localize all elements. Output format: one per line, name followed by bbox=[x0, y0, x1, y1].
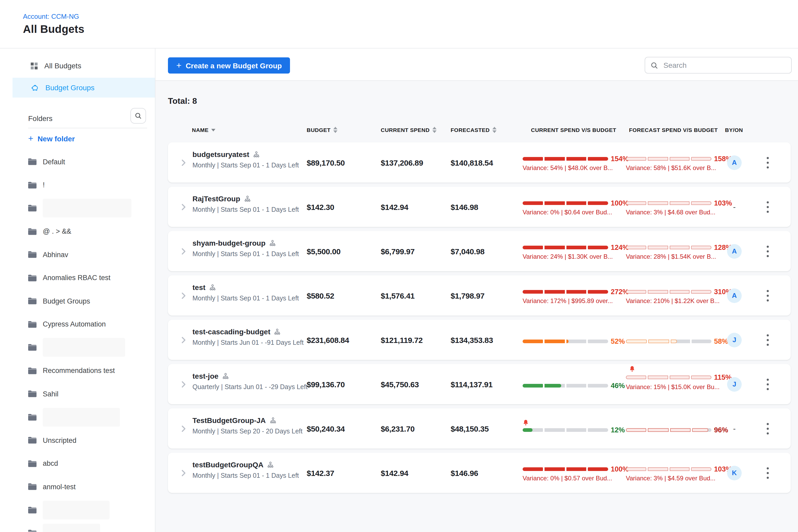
column-header-current-spend-v-s-budget: CURRENT SPEND V/S BUDGET bbox=[531, 127, 616, 133]
forecast-spend-vs-budget-bar-track bbox=[626, 290, 711, 293]
budget-group-row[interactable]: RajTestGroupMonthly | Starts Sep 01 - 1 … bbox=[168, 187, 791, 227]
current-spend-vs-budget-variance: Variance: 0% | $0.57 over Bud... bbox=[522, 475, 612, 482]
folder-item[interactable]: Recommendations test bbox=[28, 359, 153, 382]
chevron-right-icon[interactable] bbox=[182, 337, 186, 343]
chevron-right-icon[interactable] bbox=[182, 470, 186, 476]
kebab-menu-icon[interactable] bbox=[765, 243, 771, 259]
budget-group-row[interactable]: test-joeQuarterly | Starts Jun 01 - -29 … bbox=[168, 364, 791, 404]
bar-segment bbox=[566, 467, 587, 471]
current-spend-vs-budget-bar-track bbox=[522, 467, 608, 471]
column-header-forecasted[interactable]: FORECASTED bbox=[451, 127, 496, 133]
total-count: Total: 8 bbox=[168, 96, 197, 106]
bar-segment bbox=[626, 376, 646, 379]
folder-icon bbox=[28, 274, 37, 282]
folder-item[interactable]: Cypress Automation bbox=[28, 313, 153, 336]
group-schedule: Monthly | Starts Sep 01 - 1 Days Left bbox=[192, 206, 299, 213]
hierarchy-icon bbox=[274, 328, 281, 335]
column-header-name[interactable]: NAME bbox=[192, 127, 215, 133]
budget-group-row[interactable]: test-cascading-budgetMonthly | Starts Ju… bbox=[168, 320, 791, 360]
folder-item[interactable] bbox=[28, 498, 153, 521]
folder-item[interactable]: anmol-test bbox=[28, 475, 153, 498]
column-header-budget[interactable]: BUDGET bbox=[307, 127, 338, 133]
column-header-current-spend[interactable]: CURRENT SPEND bbox=[381, 127, 436, 133]
folder-item[interactable]: Sahil bbox=[28, 382, 153, 405]
chevron-right-icon[interactable] bbox=[182, 248, 186, 254]
create-budget-group-label: Create a new Budget Group bbox=[186, 61, 282, 70]
current-spend-vs-budget-bar: 272% bbox=[522, 288, 629, 296]
folder-item[interactable]: ! bbox=[28, 173, 153, 197]
folder-icon bbox=[28, 507, 37, 514]
folder-item[interactable]: Default bbox=[28, 150, 153, 173]
column-label: CURRENT SPEND V/S BUDGET bbox=[531, 127, 616, 133]
group-name-block: shyam-budget-groupMonthly | Starts Sep 0… bbox=[192, 239, 299, 258]
forecast-spend-vs-budget-bar: 103% bbox=[626, 465, 732, 473]
current-spend-vs-budget-cell: 52% bbox=[522, 320, 627, 360]
chevron-right-icon[interactable] bbox=[182, 204, 186, 210]
folder-icon bbox=[28, 205, 37, 212]
column-label: CURRENT SPEND bbox=[381, 127, 430, 133]
kebab-menu-icon[interactable] bbox=[765, 155, 771, 170]
folder-item[interactable]: @ . > && bbox=[28, 220, 153, 243]
folder-item[interactable]: Budget Groups bbox=[28, 289, 153, 313]
bar-segment bbox=[522, 290, 543, 293]
column-header-forecast-spend-v-s-budget: FORECAST SPEND V/S BUDGET bbox=[629, 127, 718, 133]
account-link[interactable]: Account: CCM-NG bbox=[23, 13, 79, 20]
bar-segment bbox=[669, 376, 690, 379]
sidebar-item-all-budgets[interactable]: All Budgets bbox=[13, 56, 155, 76]
budget-group-row[interactable]: testBudgetGroupQAMonthly | Starts Sep 01… bbox=[168, 453, 791, 493]
chevron-right-icon[interactable] bbox=[182, 292, 186, 299]
avatar: J bbox=[727, 332, 742, 347]
budget-group-row[interactable]: budgetsuryatestMonthly | Starts Sep 01 -… bbox=[168, 142, 791, 183]
folder-item[interactable] bbox=[28, 405, 153, 429]
search-box bbox=[645, 57, 792, 74]
folder-icon bbox=[28, 298, 37, 305]
folder-item[interactable] bbox=[28, 521, 153, 532]
sidebar-item-budget-groups[interactable]: Budget Groups bbox=[13, 78, 155, 97]
folder-item[interactable]: Abhinav bbox=[28, 243, 153, 266]
sort-icon bbox=[432, 127, 436, 133]
folder-item[interactable] bbox=[28, 336, 153, 359]
folder-item[interactable] bbox=[28, 197, 153, 220]
chevron-right-icon[interactable] bbox=[182, 381, 186, 387]
bar-segment bbox=[691, 246, 712, 249]
kebab-menu-icon[interactable] bbox=[765, 199, 771, 215]
bar-segment bbox=[522, 384, 543, 387]
chevron-right-icon[interactable] bbox=[182, 159, 186, 166]
budget-group-row[interactable]: shyam-budget-groupMonthly | Starts Sep 0… bbox=[168, 231, 791, 271]
folders-search-button[interactable] bbox=[130, 108, 146, 124]
current-spend-vs-budget-bar: 100% bbox=[522, 199, 629, 207]
folder-name: Unscripted bbox=[43, 437, 76, 444]
kebab-menu-icon[interactable] bbox=[765, 332, 771, 348]
folder-item[interactable]: abcd bbox=[28, 452, 153, 475]
folder-item[interactable]: Anomalies RBAC test bbox=[28, 266, 153, 289]
bar-segment bbox=[669, 201, 690, 205]
folder-name-redacted bbox=[43, 199, 131, 218]
budget-value: $142.37 bbox=[307, 468, 334, 477]
group-name-block: budgetsuryatestMonthly | Starts Sep 01 -… bbox=[192, 150, 299, 169]
kebab-menu-icon[interactable] bbox=[765, 376, 771, 392]
folder-name-redacted bbox=[43, 408, 120, 426]
budget-group-row[interactable]: TestBudgetGroup-JAMonthly | Starts Sep 2… bbox=[168, 408, 791, 449]
new-folder-button[interactable]: + New folder bbox=[28, 135, 75, 143]
folder-icon bbox=[28, 321, 37, 328]
kebab-menu-icon[interactable] bbox=[765, 421, 771, 436]
folder-item[interactable]: Unscripted bbox=[28, 429, 153, 452]
search-input[interactable] bbox=[662, 60, 786, 70]
create-budget-group-button[interactable]: + Create a new Budget Group bbox=[168, 57, 290, 74]
avatar: A bbox=[727, 288, 742, 303]
current-spend-vs-budget-bar: 46% bbox=[522, 382, 625, 390]
bar-segment bbox=[566, 428, 587, 432]
bar-segment bbox=[691, 157, 712, 160]
plus-icon: + bbox=[28, 135, 33, 142]
group-name: RajTestGroup bbox=[192, 194, 299, 203]
chevron-right-icon[interactable] bbox=[182, 425, 186, 432]
current-spend-vs-budget-cell: 154%Variance: 54% | $48.0K over B... bbox=[522, 142, 627, 183]
budget-value: $231,608.84 bbox=[307, 335, 349, 344]
plus-icon: + bbox=[176, 60, 182, 71]
budget-group-row[interactable]: testMonthly | Starts Sep 01 - 1 Days Lef… bbox=[168, 276, 791, 316]
kebab-menu-icon[interactable] bbox=[765, 288, 771, 303]
kebab-menu-icon[interactable] bbox=[765, 465, 771, 481]
column-header-by-on: BY/ON bbox=[725, 127, 743, 133]
current-spend-vs-budget-bar-track bbox=[522, 428, 608, 432]
bar-segment bbox=[588, 428, 608, 432]
